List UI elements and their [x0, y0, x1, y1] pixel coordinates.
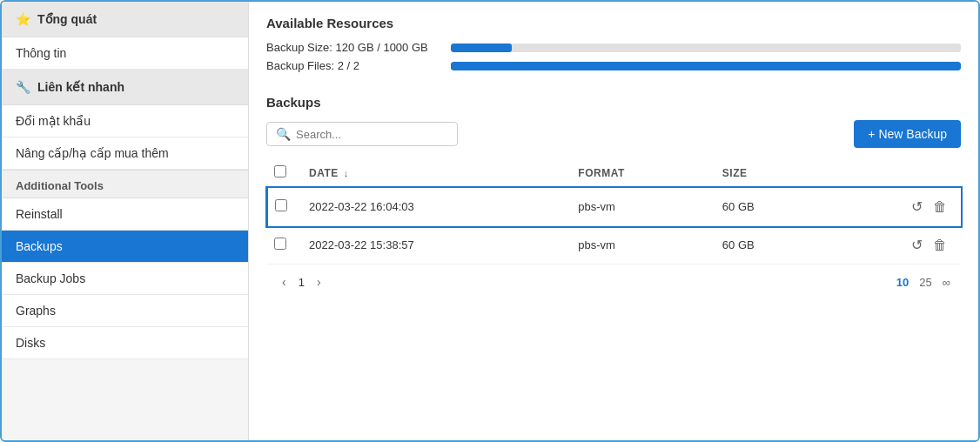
main-content: Available Resources Backup Size: 120 GB …: [249, 2, 978, 440]
resource-row-files: Backup Files: 2 / 2: [266, 59, 961, 72]
row1-format: pbs-vm: [567, 188, 712, 226]
row1-actions: ↺ 🗑: [825, 188, 961, 226]
resource-row-size: Backup Size: 120 GB / 1000 GB: [266, 41, 961, 54]
row2-actions-cell: ↺ 🗑: [836, 235, 950, 255]
page-size-10[interactable]: 10: [896, 276, 909, 289]
table-row: 2022-03-22 15:38:57 pbs-vm 60 GB ↺ 🗑: [267, 226, 961, 265]
page-size-25[interactable]: 25: [919, 276, 931, 289]
resource-files-label: Backup Files: 2 / 2: [266, 59, 440, 72]
table-header-checkbox: [267, 158, 299, 188]
pagination-prev-button[interactable]: ‹: [277, 273, 292, 291]
pagination: ‹ 1 › 10 25 ∞: [266, 265, 961, 294]
row1-delete-button[interactable]: 🗑: [930, 198, 950, 217]
row1-checkbox-cell: [267, 188, 299, 226]
row2-date: 2022-03-22 15:38:57: [299, 226, 567, 265]
row2-restore-button[interactable]: ↺: [908, 235, 926, 255]
sidebar-item-backups[interactable]: Backups: [2, 231, 248, 263]
new-backup-button[interactable]: + New Backup: [854, 120, 961, 148]
pagination-next-button[interactable]: ›: [312, 273, 326, 291]
select-all-checkbox[interactable]: [274, 165, 286, 177]
table-header-format: FORMAT: [567, 158, 712, 188]
search-input[interactable]: [296, 128, 448, 141]
resource-files-progress: [451, 62, 961, 70]
table-header-actions: [825, 158, 961, 188]
table-row: 2022-03-22 16:04:03 pbs-vm 60 GB ↺ 🗑: [267, 188, 961, 226]
backups-title: Backups: [266, 95, 961, 110]
sidebar-item-nangcap[interactable]: Nâng cấp/hạ cấp mua thêm: [2, 137, 248, 170]
additional-tools-divider: Additional Tools: [2, 170, 248, 198]
backups-table: DATE ↓ FORMAT SIZE: [266, 158, 961, 265]
star-icon: ⭐: [16, 12, 30, 26]
row2-checkbox-cell: [267, 226, 299, 265]
row2-size: 60 GB: [712, 226, 825, 265]
resource-files-fill: [451, 62, 961, 70]
sidebar-header-tongguat: ⭐ Tổng quát: [2, 2, 248, 37]
page-size-all[interactable]: ∞: [943, 276, 950, 289]
sidebar-header-lienket-label: Liên kết nhanh: [37, 80, 124, 94]
wrench-icon: 🔧: [16, 80, 30, 94]
sidebar-header-lienket: 🔧 Liên kết nhanh: [2, 70, 248, 105]
backups-toolbar: 🔍 + New Backup: [266, 120, 961, 148]
table-header-row: DATE ↓ FORMAT SIZE: [267, 158, 961, 188]
sidebar-item-doimatkhau[interactable]: Đổi mật khẩu: [2, 105, 248, 137]
row2-checkbox[interactable]: [274, 238, 286, 250]
backups-section: Backups 🔍 + New Backup DATE: [266, 95, 961, 426]
table-header-size: SIZE: [712, 158, 825, 188]
sidebar-header-tongguat-label: Tổng quát: [37, 12, 97, 26]
row1-restore-button[interactable]: ↺: [908, 197, 926, 217]
row2-actions: ↺ 🗑: [825, 226, 961, 265]
row1-actions-cell: ↺ 🗑: [836, 197, 950, 217]
row1-date: 2022-03-22 16:04:03: [299, 188, 567, 226]
sidebar: ⭐ Tổng quát Thông tin 🔧 Liên kết nhanh Đ…: [2, 2, 249, 440]
sidebar-item-thongtin[interactable]: Thông tin: [2, 37, 248, 70]
row2-delete-button[interactable]: 🗑: [930, 236, 950, 255]
row1-checkbox[interactable]: [275, 199, 287, 211]
row2-format: pbs-vm: [567, 226, 712, 265]
sidebar-item-disks[interactable]: Disks: [2, 327, 248, 359]
resources-title: Available Resources: [266, 16, 961, 30]
app-container: ⭐ Tổng quát Thông tin 🔧 Liên kết nhanh Đ…: [0, 0, 980, 442]
search-box[interactable]: 🔍: [266, 122, 458, 146]
sidebar-item-backupjobs[interactable]: Backup Jobs: [2, 263, 248, 295]
pagination-sizes: 10 25 ∞: [896, 276, 950, 289]
sidebar-item-graphs[interactable]: Graphs: [2, 295, 248, 327]
resources-section: Available Resources Backup Size: 120 GB …: [266, 16, 961, 77]
resource-size-progress: [451, 44, 961, 52]
date-sort-icon: ↓: [344, 168, 349, 178]
search-icon: 🔍: [276, 127, 291, 141]
pagination-current-page: 1: [299, 276, 305, 289]
pagination-nav: ‹ 1 ›: [277, 273, 326, 291]
resource-size-fill: [451, 44, 512, 52]
sidebar-item-reinstall[interactable]: Reinstall: [2, 198, 248, 231]
row1-size: 60 GB: [712, 188, 825, 226]
table-header-date[interactable]: DATE ↓: [299, 158, 567, 188]
resource-size-label: Backup Size: 120 GB / 1000 GB: [266, 41, 440, 54]
